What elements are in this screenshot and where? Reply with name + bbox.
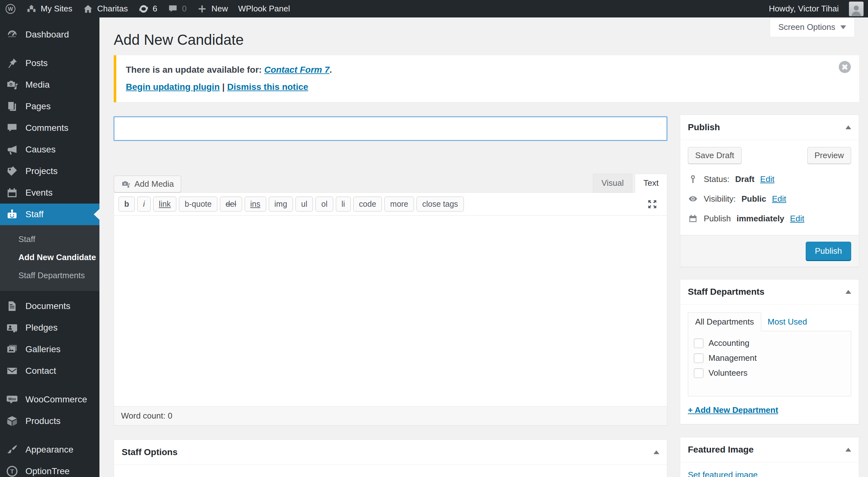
account-menu[interactable]: Howdy, Victor Tihai bbox=[764, 4, 844, 14]
quicktag-img-button[interactable]: img bbox=[269, 197, 293, 212]
quicktag-italic-button[interactable]: i bbox=[137, 197, 151, 212]
sidebar-item-events[interactable]: Events bbox=[0, 182, 99, 203]
sidebar-item-products[interactable]: Products bbox=[0, 410, 99, 432]
edit-status-link[interactable]: Edit bbox=[760, 174, 775, 184]
quicktag-link-button[interactable]: link bbox=[153, 197, 177, 212]
post-status-pin-icon bbox=[688, 174, 698, 184]
preview-button[interactable]: Preview bbox=[807, 147, 851, 164]
quicktag-li-button[interactable]: li bbox=[336, 197, 351, 212]
page-title: Add New Candidate bbox=[114, 31, 868, 48]
envelope-icon bbox=[6, 364, 19, 377]
new-label: New bbox=[211, 4, 228, 14]
begin-update-link[interactable]: Begin updating plugin bbox=[126, 82, 220, 92]
wordpress-logo-menu[interactable]: W bbox=[0, 0, 21, 18]
collapse-toggle-icon[interactable] bbox=[845, 290, 851, 294]
sidebar-item-label: Contact bbox=[25, 366, 56, 376]
editor-tools: Add Media Visual Text bbox=[114, 173, 667, 192]
quicktag-bold-button[interactable]: b bbox=[119, 197, 135, 212]
sidebar-item-contact[interactable]: Contact bbox=[0, 360, 99, 382]
tab-all-departments[interactable]: All Departments bbox=[688, 313, 761, 331]
side-column: Publish Save Draft Preview Status: Draft… bbox=[680, 115, 859, 477]
quicktag-closetags-button[interactable]: close tags bbox=[416, 197, 464, 212]
checkbox-accounting[interactable] bbox=[694, 339, 704, 348]
screen-options-tab[interactable]: Screen Options bbox=[770, 18, 855, 37]
sidebar-item-pledges[interactable]: Pledges bbox=[0, 317, 99, 339]
tab-text[interactable]: Text bbox=[635, 174, 667, 193]
dismiss-circle-icon[interactable] bbox=[839, 61, 851, 73]
plus-icon bbox=[197, 3, 208, 14]
sidebar-item-appearance[interactable]: Appearance bbox=[0, 439, 99, 460]
wordpress-icon: W bbox=[5, 3, 16, 14]
add-new-department-link[interactable]: + Add New Department bbox=[688, 405, 778, 415]
dismiss-notice-link[interactable]: Dismiss this notice bbox=[227, 82, 308, 92]
box-icon bbox=[6, 415, 19, 427]
checkbox-volunteers[interactable] bbox=[694, 369, 704, 378]
plugin-link[interactable]: Contact Form 7 bbox=[264, 65, 330, 75]
visibility-value: Public bbox=[742, 194, 766, 204]
avatar[interactable] bbox=[849, 2, 864, 16]
sidebar-item-pages[interactable]: Pages bbox=[0, 96, 99, 117]
sidebar-item-label: Documents bbox=[25, 301, 70, 311]
department-tabs: All Departments Most Used bbox=[688, 312, 851, 331]
sidebar-item-comments[interactable]: Comments bbox=[0, 117, 99, 139]
post-content-textarea[interactable] bbox=[114, 216, 667, 406]
featured-image-title: Featured Image bbox=[688, 445, 754, 455]
multisite-icon bbox=[26, 3, 37, 14]
comments-count: 0 bbox=[182, 4, 186, 14]
quicktag-blockquote-button[interactable]: b-quote bbox=[179, 197, 217, 212]
collapse-toggle-icon[interactable] bbox=[654, 450, 659, 454]
wplook-panel-menu[interactable]: WPlook Panel bbox=[233, 0, 295, 18]
sidebar-item-causes[interactable]: Causes bbox=[0, 139, 99, 160]
sidebar-item-media[interactable]: Media bbox=[0, 74, 99, 96]
submenu-item-add-new-candidate[interactable]: Add New Candidate bbox=[0, 248, 99, 266]
sidebar-item-label: Galleries bbox=[25, 344, 60, 354]
checkbox-management[interactable] bbox=[694, 353, 704, 363]
sidebar-item-galleries[interactable]: Galleries bbox=[0, 339, 99, 360]
sidebar-item-label: Pledges bbox=[25, 323, 58, 333]
person-icon bbox=[849, 3, 864, 16]
camera-icon bbox=[121, 180, 131, 189]
publish-button[interactable]: Publish bbox=[806, 242, 851, 260]
submenu-item-staff[interactable]: Staff bbox=[0, 230, 99, 248]
sidebar-item-posts[interactable]: Posts bbox=[0, 53, 99, 74]
new-content-menu[interactable]: New bbox=[192, 0, 233, 18]
wplook-panel-label: WPlook Panel bbox=[238, 4, 290, 14]
tab-most-used[interactable]: Most Used bbox=[761, 313, 813, 331]
my-sites-menu[interactable]: My Sites bbox=[21, 0, 78, 18]
quicktag-ol-button[interactable]: ol bbox=[315, 197, 333, 212]
save-draft-button[interactable]: Save Draft bbox=[688, 147, 742, 164]
quicktag-del-button[interactable]: del bbox=[220, 197, 242, 212]
site-name-menu[interactable]: Charitas bbox=[78, 0, 133, 18]
content-area: Screen Options Add New Candidate There i… bbox=[99, 18, 868, 477]
submenu-item-staff-departments[interactable]: Staff Departments bbox=[0, 266, 99, 285]
tab-visual[interactable]: Visual bbox=[593, 174, 632, 192]
collapse-toggle-icon[interactable] bbox=[845, 448, 851, 452]
quicktag-code-button[interactable]: code bbox=[353, 197, 382, 212]
comments-menu[interactable]: 0 bbox=[162, 0, 192, 18]
sidebar-item-label: Events bbox=[25, 188, 53, 198]
pledge-card-icon bbox=[6, 321, 19, 334]
add-media-button[interactable]: Add Media bbox=[114, 176, 181, 192]
quicktag-ins-button[interactable]: ins bbox=[245, 197, 266, 212]
collapse-toggle-icon[interactable] bbox=[845, 125, 851, 129]
updates-count: 6 bbox=[153, 4, 157, 14]
sidebar-item-optiontree[interactable]: T OptionTree bbox=[0, 460, 99, 477]
sidebar-item-documents[interactable]: Documents bbox=[0, 295, 99, 317]
quicktag-more-button[interactable]: more bbox=[384, 197, 414, 212]
sidebar-item-projects[interactable]: Projects bbox=[0, 160, 99, 182]
sidebar-item-staff[interactable]: Staff bbox=[0, 203, 99, 225]
edit-schedule-link[interactable]: Edit bbox=[790, 214, 804, 224]
editor-mode-tabs: Visual Text bbox=[593, 173, 667, 192]
megaphone-icon bbox=[6, 143, 19, 156]
updates-menu[interactable]: 6 bbox=[133, 0, 162, 18]
set-featured-image-link[interactable]: Set featured image bbox=[688, 470, 758, 477]
sidebar-item-woocommerce[interactable]: Woo WooCommerce bbox=[0, 389, 99, 410]
department-label: Management bbox=[709, 353, 757, 363]
quicktag-ul-button[interactable]: ul bbox=[296, 197, 313, 212]
edit-visibility-link[interactable]: Edit bbox=[772, 194, 786, 204]
sidebar-item-dashboard[interactable]: Dashboard bbox=[0, 24, 99, 45]
post-title-input[interactable] bbox=[114, 117, 667, 141]
dashboard-icon bbox=[6, 28, 19, 41]
fullscreen-expand-icon[interactable] bbox=[647, 198, 658, 210]
department-row: Accounting bbox=[694, 338, 845, 348]
